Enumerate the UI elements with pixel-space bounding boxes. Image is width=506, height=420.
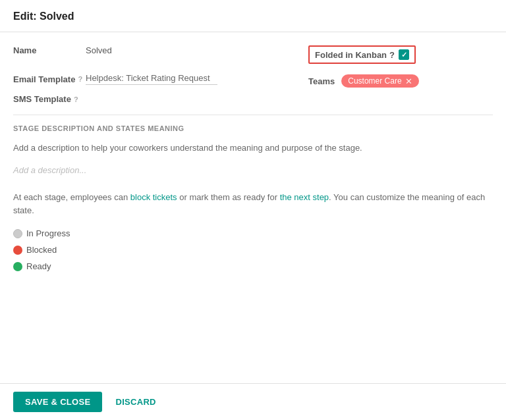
page-title: Edit: Solved	[13, 11, 74, 22]
name-field-group: Name Solved	[13, 45, 295, 55]
save-close-button[interactable]: SAVE & CLOSE	[13, 392, 102, 412]
email-template-label: Email Template ?	[13, 74, 86, 84]
customer-care-remove-icon[interactable]: ✕	[405, 77, 412, 86]
folded-kanban-help-icon[interactable]: ?	[389, 50, 395, 60]
sms-template-label: SMS Template ?	[13, 94, 86, 104]
ready-label: Ready	[26, 261, 51, 271]
sms-template-field-group: SMS Template ?	[13, 94, 493, 104]
footer: SAVE & CLOSE DISCARD	[0, 383, 506, 420]
row-name-folded: Name Solved Folded in Kanban ?	[13, 45, 493, 73]
name-label: Name	[13, 45, 86, 55]
state-in-progress: In Progress	[13, 228, 493, 238]
ready-dot	[13, 262, 22, 271]
folded-kanban-box: Folded in Kanban ?	[308, 45, 416, 64]
state-blocked: Blocked	[13, 245, 493, 255]
in-progress-label: In Progress	[26, 228, 70, 238]
next-step-link[interactable]: the next step	[280, 192, 329, 202]
form-right-teams: Teams Customer Care ✕	[295, 73, 493, 94]
form-container: Name Solved Folded in Kanban ? Email Tem	[0, 32, 506, 271]
in-progress-dot	[13, 229, 22, 238]
state-info: At each stage, employees can block ticke…	[13, 191, 493, 219]
folded-kanban-label: Folded in Kanban ?	[315, 50, 395, 60]
block-tickets-link[interactable]: block tickets	[130, 192, 177, 202]
sms-template-help-icon[interactable]: ?	[74, 95, 78, 103]
teams-label: Teams	[308, 76, 335, 86]
description-input[interactable]: Add a description...	[13, 163, 493, 178]
blocked-label: Blocked	[26, 245, 57, 255]
description-hint: Add a description to help your coworkers…	[13, 142, 493, 155]
form-right-top: Folded in Kanban ?	[295, 45, 493, 73]
folded-kanban-checkbox[interactable]	[399, 49, 409, 60]
form-left: Name Solved	[13, 45, 295, 73]
row-email-teams: Email Template ? Helpdesk: Ticket Rating…	[13, 73, 493, 94]
discard-button[interactable]: DISCARD	[113, 392, 158, 412]
stage-description-section: STAGE DESCRIPTION AND STATES MEANING Add…	[13, 124, 493, 271]
email-template-help-icon[interactable]: ?	[78, 75, 82, 83]
name-value: Solved	[86, 45, 112, 55]
customer-care-label: Customer Care	[348, 76, 401, 86]
page-header: Edit: Solved	[0, 0, 506, 32]
customer-care-tag[interactable]: Customer Care ✕	[341, 74, 418, 88]
form-left-email: Email Template ? Helpdesk: Ticket Rating…	[13, 73, 295, 94]
blocked-dot	[13, 246, 22, 255]
form-divider	[13, 115, 493, 115]
email-template-value[interactable]: Helpdesk: Ticket Rating Request	[86, 73, 217, 85]
folded-kanban-field-group: Folded in Kanban ?	[308, 45, 493, 64]
teams-row: Teams Customer Care ✕	[308, 74, 493, 88]
email-template-field-group: Email Template ? Helpdesk: Ticket Rating…	[13, 73, 295, 85]
section-title: STAGE DESCRIPTION AND STATES MEANING	[13, 124, 493, 132]
state-ready: Ready	[13, 261, 493, 271]
